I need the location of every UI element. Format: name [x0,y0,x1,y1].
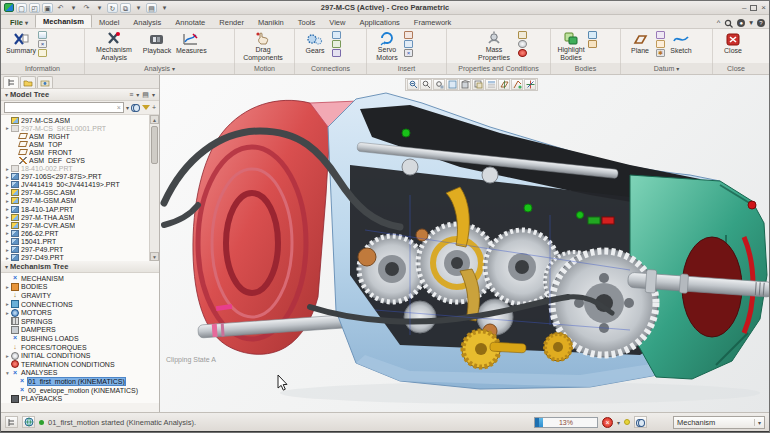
datum-display-icon[interactable] [498,79,510,90]
expand-icon[interactable]: ▸ [4,255,11,261]
window-switch-icon[interactable]: ⧉ [120,3,131,13]
tree-item[interactable]: ▸297-P49.PRT [4,246,147,254]
tab-model[interactable]: Model [92,16,126,28]
tree-item[interactable]: ▸JV441419_50<JV441419>.PRT [4,181,147,189]
tree-item[interactable]: ▸297-M-GSM.ASM [4,197,147,205]
mechanism-analysis-button[interactable]: Mechanism Analysis [88,30,140,62]
help-icon[interactable]: ? [757,19,765,27]
spin-center-icon[interactable] [524,79,536,90]
redo-caret[interactable]: ▾ [94,3,105,13]
gears-button[interactable]: Gears [298,30,332,62]
tree-search-input[interactable]: × [4,102,124,113]
highlight-bodies-button[interactable]: Highlight Bodies [554,30,588,62]
dampers-insert-icon[interactable]: × [404,49,413,57]
tab-favorites[interactable] [37,76,53,88]
zoom-in-icon[interactable] [407,79,419,90]
mode-selector-dropdown[interactable]: Mechanism ▾ [673,416,765,429]
mech-item-bushing-loads[interactable]: ×BUSHING LOADS [4,334,157,343]
navigator-toggle-icon[interactable] [5,416,18,428]
tab-framework[interactable]: Framework [407,16,459,28]
undo-icon[interactable]: ↶ [55,3,66,13]
tree-columns-icon[interactable]: ▤ [142,91,149,99]
stop-analysis-button[interactable]: × [602,417,613,428]
expand-icon[interactable]: ▸ [4,206,11,212]
expand-icon[interactable]: ▸ [4,247,11,253]
expand-icon[interactable]: ▸ [4,301,11,307]
mech-item-initial-conditions[interactable]: ▸INITIAL CONDITIONS [4,351,157,360]
springs-insert-icon[interactable] [404,40,413,48]
tab-model-tree[interactable] [3,76,19,88]
expand-icon[interactable]: ▸ [4,310,11,316]
force-motor-icon[interactable] [404,31,413,39]
tab-render[interactable]: Render [212,16,251,28]
initial-conditions-icon[interactable] [518,40,527,48]
tab-view[interactable]: View [322,16,352,28]
expand-icon[interactable]: ▸ [4,284,11,290]
tab-annotate[interactable]: Annotate [168,16,212,28]
mech-item-dampers[interactable]: DAMPERS [4,326,157,335]
mechanism-display-icon[interactable] [38,31,47,39]
expand-icon[interactable]: ▸ [4,198,11,204]
mech-item-analysis-selected[interactable]: ×01_first_motion (KINEMATICS) [4,377,157,386]
mech-item-analysis[interactable]: ×00_evelope_motion (KINEMATICS) [4,386,157,395]
scroll-up-icon[interactable]: ▲ [150,115,159,124]
expand-search-icon[interactable]: + [152,103,156,113]
tree-settings-icon[interactable]: ≡ [129,91,133,98]
collapse-icon[interactable]: ▾ [4,370,11,376]
tree-item[interactable]: ASM_DEF_CSYS [4,156,147,164]
new-file-icon[interactable]: ▢ [16,3,27,13]
mech-item-mechanism[interactable]: ×MECHANISM [4,274,157,283]
cams-icon[interactable] [332,49,341,57]
group-label-datum[interactable]: Datum ▾ [621,63,713,74]
tree-item[interactable]: ▸297-106S<297-87S>.PRT [4,173,147,181]
expand-icon[interactable]: ▸ [4,222,11,228]
gravity-icon[interactable] [518,31,527,39]
expand-icon[interactable]: ▸ [4,182,11,188]
search-icon[interactable] [724,19,733,28]
tab-folder-browser[interactable] [20,76,36,88]
mech-item-termination-conditions[interactable]: TERMINATION CONDITIONS [4,360,157,369]
tree-item[interactable]: ▸297-M-GSC.ASM [4,189,147,197]
filter-icon[interactable] [142,105,150,110]
saved-orientations-icon[interactable] [472,79,484,90]
mech-item-analyses[interactable]: ▾×ANALYSES [4,369,157,378]
tree-item[interactable]: ASM_TOP [4,140,147,148]
collapse-ribbon-icon[interactable]: ^ [717,18,721,28]
clear-search-icon[interactable]: × [117,104,121,111]
servo-motors-button[interactable]: Servo Motors [370,30,404,62]
axis-icon[interactable] [656,31,665,39]
entity-info-icon[interactable]: × [38,40,47,48]
model-tree-scrollbar[interactable]: ▲ ▼ [149,115,159,261]
refit-icon[interactable] [433,79,445,90]
3d-contacts-icon[interactable] [332,40,341,48]
find-in-status-icon[interactable] [634,416,647,428]
mech-item-forces-torques[interactable]: ↓FORCES/TORQUES [4,343,157,352]
graphics-viewport[interactable]: Clipping State A [160,75,770,412]
expand-icon[interactable]: ▸ [4,238,11,244]
web-browser-icon[interactable] [22,416,35,428]
open-file-icon[interactable]: ◰ [29,3,40,13]
sketch-button[interactable]: Sketch [665,30,697,62]
find-icon[interactable] [131,104,140,111]
save-icon[interactable]: ▣ [42,3,53,13]
tab-manikin[interactable]: Manikin [251,16,291,28]
search-options-caret[interactable]: ▾ [126,103,129,113]
tree-item[interactable]: ASM_RIGHT [4,132,147,140]
summary-button[interactable]: Summary [4,30,38,62]
csys-icon[interactable]: ✱ [656,49,665,57]
undo-caret[interactable]: ▾ [68,3,79,13]
mech-item-motors[interactable]: ▸MOTORS [4,308,157,317]
expand-icon[interactable]: ▸ [4,190,11,196]
expand-icon[interactable]: ▸ [4,214,11,220]
mech-item-bodies[interactable]: ▸BODIES [4,283,157,292]
zoom-out-icon[interactable] [420,79,432,90]
tree-item[interactable]: ASM_FRONT [4,148,147,156]
measures-button[interactable]: Measures [174,30,209,62]
tree-item[interactable]: ▸297-M-THA.ASM [4,213,147,221]
body-visibility-icon[interactable] [588,40,597,48]
options-caret-icon[interactable]: ▾ [749,18,753,28]
repaint-icon[interactable] [446,79,458,90]
app-icon[interactable] [4,3,14,12]
tree-item[interactable]: ▸18-410-002.PRT [4,165,147,173]
window-caret[interactable]: ▾ [133,3,144,13]
